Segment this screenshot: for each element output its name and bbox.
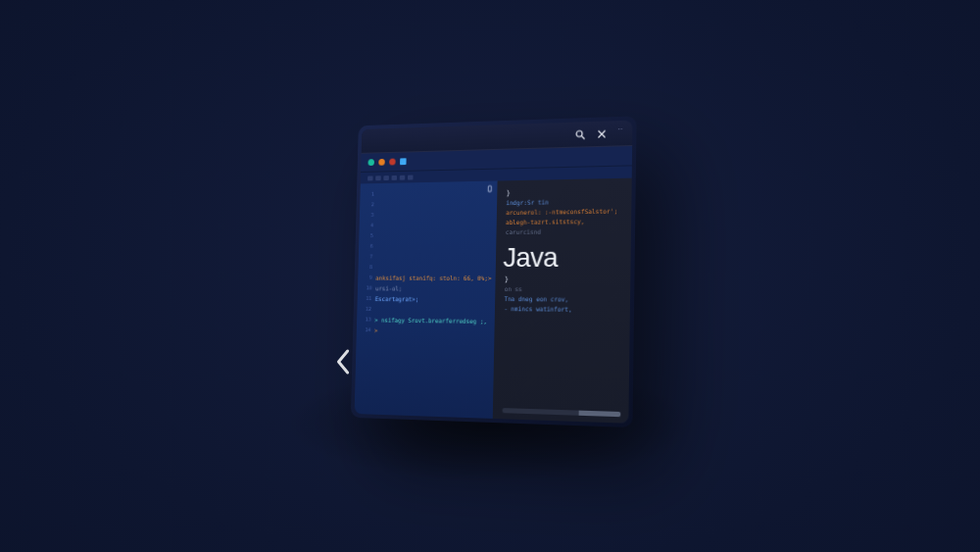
window-tile-icon[interactable] xyxy=(400,158,407,165)
svg-point-0 xyxy=(576,129,582,135)
code-token: > nsifagy Srovt.brearferredseg ;, xyxy=(374,316,487,324)
progress-bar xyxy=(502,408,620,417)
tab-stub[interactable] xyxy=(375,175,381,179)
code-token: on ss xyxy=(505,284,622,295)
right-editor-pane[interactable]: } indgr:Sr tin arcunerol: :-ntmeconsfSal… xyxy=(492,177,631,423)
tab-stub[interactable] xyxy=(392,175,398,179)
traffic-light-red[interactable] xyxy=(389,158,396,165)
tab-stub[interactable] xyxy=(368,176,373,180)
code-token: carurcisnd xyxy=(506,226,623,236)
right-code-block-1: } indgr:Sr tin arcunerol: :-ntmeconsfSal… xyxy=(506,185,624,236)
right-code-block-2: } on ss Tna dneg eon crov, - nmincs wati… xyxy=(504,275,622,315)
traffic-light-green[interactable] xyxy=(368,159,373,166)
code-token: anksifasj stanifq: stoln: 66, 0%;> xyxy=(375,274,491,280)
language-label: Java xyxy=(503,252,622,262)
progress-fill xyxy=(578,410,620,417)
code-brace: } xyxy=(505,275,622,284)
code-token: Tna dneg eon crov, xyxy=(504,294,622,305)
svg-rect-4 xyxy=(488,185,491,191)
app-window: ‥ xyxy=(355,120,633,423)
tab-stub[interactable] xyxy=(383,175,389,179)
tab-stub[interactable] xyxy=(400,175,406,179)
code-token: > xyxy=(374,326,378,333)
code-token: arcunerol: :-ntmeconsfSalstor'; xyxy=(506,206,623,218)
code-token: Escartagrat>; xyxy=(375,295,419,302)
traffic-light-orange[interactable] xyxy=(378,158,384,165)
code-token: ursi-ol; xyxy=(375,284,402,291)
tab-stub[interactable] xyxy=(408,175,414,179)
left-code: anksifasj stanifq: stoln: 66, 0%;> ursi-… xyxy=(370,180,497,418)
overflow-menu-icon[interactable]: ‥ xyxy=(617,122,624,130)
close-icon[interactable] xyxy=(596,126,608,138)
code-token: ablegh-tazrt.sitstscy, xyxy=(506,216,623,226)
left-editor-pane[interactable]: 1234567891011121314 anksifasj stanifq: s… xyxy=(355,180,498,418)
search-icon[interactable] xyxy=(574,127,586,139)
device-icon xyxy=(486,184,494,195)
code-token: - nmincs watinfort, xyxy=(504,304,622,315)
editor-body: 1234567891011121314 anksifasj stanifq: s… xyxy=(355,177,632,423)
svg-line-1 xyxy=(582,135,585,138)
perspective-stage: ‥ xyxy=(348,124,632,418)
